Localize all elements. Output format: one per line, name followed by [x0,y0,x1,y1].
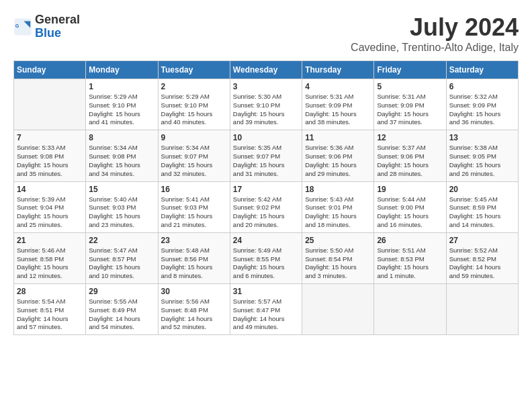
calendar-cell: 21Sunrise: 5:46 AMSunset: 8:58 PMDayligh… [14,232,86,283]
calendar-week-5: 28Sunrise: 5:54 AMSunset: 8:51 PMDayligh… [14,284,519,335]
day-number: 29 [89,287,154,296]
day-info: Sunrise: 5:31 AMSunset: 9:09 PMDaylight:… [377,93,443,127]
day-info: Sunrise: 5:55 AMSunset: 8:49 PMDaylight:… [89,298,154,332]
calendar-cell: 10Sunrise: 5:35 AMSunset: 9:07 PMDayligh… [230,130,302,181]
day-info: Sunrise: 5:34 AMSunset: 9:08 PMDaylight:… [89,144,154,178]
day-number: 19 [377,185,443,194]
day-number: 24 [233,236,299,245]
day-number: 7 [17,133,83,142]
day-number: 15 [89,185,154,194]
calendar-cell: 16Sunrise: 5:41 AMSunset: 9:03 PMDayligh… [158,181,230,232]
day-info: Sunrise: 5:44 AMSunset: 9:00 PMDaylight:… [377,195,443,230]
day-number: 30 [161,287,227,296]
day-info: Sunrise: 5:48 AMSunset: 8:56 PMDaylight:… [161,246,227,281]
day-info: Sunrise: 5:34 AMSunset: 9:07 PMDaylight:… [161,144,227,178]
calendar-cell: 2Sunrise: 5:29 AMSunset: 9:10 PMDaylight… [158,79,230,130]
day-number: 12 [377,133,443,142]
calendar-cell: 18Sunrise: 5:43 AMSunset: 9:01 PMDayligh… [302,181,374,232]
column-header-wednesday: Wednesday [230,61,302,79]
day-info: Sunrise: 5:57 AMSunset: 8:47 PMDaylight:… [233,298,299,332]
day-number: 17 [233,185,299,194]
day-info: Sunrise: 5:29 AMSunset: 9:10 PMDaylight:… [89,93,154,127]
calendar-body: 1Sunrise: 5:29 AMSunset: 9:10 PMDaylight… [14,79,519,335]
calendar-cell: 9Sunrise: 5:34 AMSunset: 9:07 PMDaylight… [158,130,230,181]
day-info: Sunrise: 5:56 AMSunset: 8:48 PMDaylight:… [161,298,227,332]
calendar-cell: 7Sunrise: 5:33 AMSunset: 9:08 PMDaylight… [14,130,86,181]
day-number: 1 [89,82,154,91]
day-info: Sunrise: 5:49 AMSunset: 8:55 PMDaylight:… [233,246,299,281]
day-info: Sunrise: 5:35 AMSunset: 9:07 PMDaylight:… [233,144,299,178]
calendar-cell: 8Sunrise: 5:34 AMSunset: 9:08 PMDaylight… [86,130,158,181]
day-info: Sunrise: 5:38 AMSunset: 9:05 PMDaylight:… [449,144,515,178]
day-number: 16 [161,185,227,194]
day-info: Sunrise: 5:40 AMSunset: 9:03 PMDaylight:… [89,195,154,230]
day-info: Sunrise: 5:29 AMSunset: 9:10 PMDaylight:… [161,93,227,127]
calendar-cell: 14Sunrise: 5:39 AMSunset: 9:04 PMDayligh… [14,181,86,232]
day-number: 31 [233,287,299,296]
main-title: July 2024 [351,13,519,42]
column-header-tuesday: Tuesday [158,61,230,79]
day-info: Sunrise: 5:31 AMSunset: 9:09 PMDaylight:… [305,93,371,127]
calendar-cell: 27Sunrise: 5:52 AMSunset: 8:52 PMDayligh… [446,232,518,283]
column-header-saturday: Saturday [446,61,518,79]
day-info: Sunrise: 5:54 AMSunset: 8:51 PMDaylight:… [17,298,83,332]
calendar-cell: 22Sunrise: 5:47 AMSunset: 8:57 PMDayligh… [86,232,158,283]
day-number: 2 [161,82,227,91]
calendar-cell [374,284,446,335]
calendar-cell: 31Sunrise: 5:57 AMSunset: 8:47 PMDayligh… [230,284,302,335]
day-info: Sunrise: 5:45 AMSunset: 8:59 PMDaylight:… [449,195,515,230]
day-number: 21 [17,236,83,245]
day-info: Sunrise: 5:43 AMSunset: 9:01 PMDaylight:… [305,195,371,230]
calendar-cell: 11Sunrise: 5:36 AMSunset: 9:06 PMDayligh… [302,130,374,181]
logo-line1: General [35,13,80,27]
day-number: 8 [89,133,154,142]
day-info: Sunrise: 5:36 AMSunset: 9:06 PMDaylight:… [305,144,371,178]
day-number: 5 [377,82,443,91]
calendar-table: SundayMondayTuesdayWednesdayThursdayFrid… [13,60,519,335]
day-info: Sunrise: 5:50 AMSunset: 8:54 PMDaylight:… [305,246,371,281]
column-header-monday: Monday [86,61,158,79]
day-number: 27 [449,236,515,245]
calendar-cell: 3Sunrise: 5:30 AMSunset: 9:10 PMDaylight… [230,79,302,130]
calendar-cell: 5Sunrise: 5:31 AMSunset: 9:09 PMDaylight… [374,79,446,130]
calendar-cell [446,284,518,335]
calendar-cell: 29Sunrise: 5:55 AMSunset: 8:49 PMDayligh… [86,284,158,335]
subtitle: Cavedine, Trentino-Alto Adige, Italy [351,42,519,54]
day-info: Sunrise: 5:32 AMSunset: 9:09 PMDaylight:… [449,93,515,127]
day-info: Sunrise: 5:37 AMSunset: 9:06 PMDaylight:… [377,144,443,178]
day-number: 23 [161,236,227,245]
day-number: 20 [449,185,515,194]
day-number: 4 [305,82,371,91]
calendar-cell: 30Sunrise: 5:56 AMSunset: 8:48 PMDayligh… [158,284,230,335]
day-number: 18 [305,185,371,194]
calendar-cell: 1Sunrise: 5:29 AMSunset: 9:10 PMDaylight… [86,79,158,130]
logo: G General Blue [13,13,80,40]
day-number: 13 [449,133,515,142]
day-info: Sunrise: 5:33 AMSunset: 9:08 PMDaylight:… [17,144,83,178]
calendar-cell [14,79,86,130]
day-info: Sunrise: 5:42 AMSunset: 9:02 PMDaylight:… [233,195,299,230]
calendar-cell: 26Sunrise: 5:51 AMSunset: 8:53 PMDayligh… [374,232,446,283]
calendar-header-row: SundayMondayTuesdayWednesdayThursdayFrid… [14,61,519,79]
day-number: 9 [161,133,227,142]
column-header-friday: Friday [374,61,446,79]
calendar-cell: 24Sunrise: 5:49 AMSunset: 8:55 PMDayligh… [230,232,302,283]
calendar-cell [302,284,374,335]
day-info: Sunrise: 5:47 AMSunset: 8:57 PMDaylight:… [89,246,154,281]
day-info: Sunrise: 5:46 AMSunset: 8:58 PMDaylight:… [17,246,83,281]
day-number: 25 [305,236,371,245]
day-number: 26 [377,236,443,245]
title-area: July 2024 Cavedine, Trentino-Alto Adige,… [351,13,519,54]
calendar-cell: 19Sunrise: 5:44 AMSunset: 9:00 PMDayligh… [374,181,446,232]
calendar-cell: 17Sunrise: 5:42 AMSunset: 9:02 PMDayligh… [230,181,302,232]
logo-line2: Blue [35,27,80,40]
calendar-cell: 23Sunrise: 5:48 AMSunset: 8:56 PMDayligh… [158,232,230,283]
day-info: Sunrise: 5:51 AMSunset: 8:53 PMDaylight:… [377,246,443,281]
day-info: Sunrise: 5:30 AMSunset: 9:10 PMDaylight:… [233,93,299,127]
calendar-cell: 13Sunrise: 5:38 AMSunset: 9:05 PMDayligh… [446,130,518,181]
day-number: 14 [17,185,83,194]
calendar-cell: 4Sunrise: 5:31 AMSunset: 9:09 PMDaylight… [302,79,374,130]
calendar-cell: 12Sunrise: 5:37 AMSunset: 9:06 PMDayligh… [374,130,446,181]
day-number: 6 [449,82,515,91]
day-number: 28 [17,287,83,296]
